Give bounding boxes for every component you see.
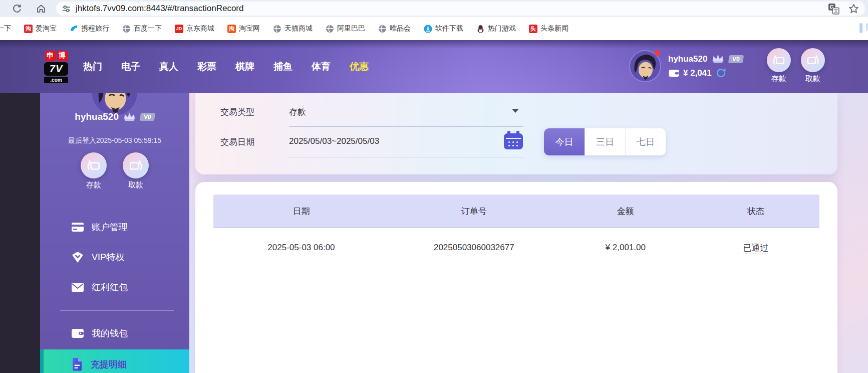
translate-icon[interactable]: G文 [828,3,839,15]
sidebar-item-wallet[interactable]: 我的钱包 [40,320,189,347]
deposit-label: 存款 [771,74,786,84]
user-cluster: hyhua520 V0 ¥ 2,041 [629,50,743,82]
main-nav: 热门 电子 真人 彩票 棋牌 捕鱼 体育 优惠 [83,60,369,73]
penguin-icon [476,25,485,33]
notification-dot [655,50,660,56]
bookmark-star-icon[interactable] [848,4,859,14]
col-date: 日期 [213,206,389,217]
url-bar[interactable]: jhktofs.7vv09.com:8443/#/transactionReco… [56,2,865,16]
nav-hot[interactable]: 热门 [83,60,102,73]
bookmark-label: 天猫商城 [284,24,313,33]
nav-slots[interactable]: 电子 [121,60,140,73]
nav-live[interactable]: 真人 [159,60,178,73]
transaction-date-value[interactable]: 2025/05/03~2025/05/03 [289,136,379,146]
bookmark-software[interactable]: 软件下载 [424,24,463,33]
url-text[interactable]: jhktofs.7vv09.com:8443/#/transactionReco… [76,4,243,14]
bookmark-jd[interactable]: JD 京东商城 [175,24,214,33]
username: hyhua520 [668,54,707,64]
logo-char-bo: 博 [57,51,68,61]
user-avatar[interactable] [629,50,661,82]
range-today-button[interactable]: 今日 [544,128,585,155]
bookmark-vip[interactable]: 唯品会 [378,24,411,33]
bookmark-tmall[interactable]: 天猫商城 [273,24,313,33]
vip-level-badge: V0 [728,55,744,63]
bookmark-baidu[interactable]: 百度一下 [122,24,162,33]
logo-com: .com [44,77,68,83]
chevron-down-icon[interactable] [512,109,519,113]
sidebar-item-label: 充提明细 [91,358,127,370]
scrollbar-thumb[interactable] [859,23,862,33]
globe-icon [122,25,131,33]
withdraw-label: 取款 [128,180,143,190]
deposit-icon [81,152,107,178]
sidebar-divider [60,310,174,311]
sidebar-item-account[interactable]: 账户管理 [40,214,189,241]
nav-promo[interactable]: 优惠 [350,60,369,73]
bookmark-ctrip[interactable]: 携程旅行 [70,24,109,33]
withdraw-icon [123,152,149,178]
bookmark-partial[interactable]: 一下 [0,24,11,33]
site-settings-icon[interactable] [62,5,71,13]
bookmark-taobao[interactable]: 淘 淘宝网 [227,24,260,33]
balance-amount: ¥ 2,041 [683,68,712,78]
header-withdraw-button[interactable]: 取款 [801,48,825,84]
filter-panel: 交易类型 存款 交易日期 2025/05/03~2025/05/03 今日 三日… [195,93,837,174]
sidebar-item-transactions[interactable]: 充提明细 [40,349,189,373]
status-badge[interactable]: 已通过 [743,243,768,254]
browser-toolbar: jhktofs.7vv09.com:8443/#/transactionReco… [0,0,868,17]
range-3day-button[interactable]: 三日 [585,128,625,155]
globe-icon [378,25,387,33]
bookmark-alibaba[interactable]: 阿里巴巴 [326,24,365,33]
crown-icon [123,112,136,122]
reload-icon[interactable] [12,4,22,14]
site-logo[interactable]: 申 博 7V .com [44,51,68,83]
header-deposit-button[interactable]: 存款 [767,48,791,84]
table-header: 日期 订单号 金额 状态 [213,195,819,228]
nav-lottery[interactable]: 彩票 [197,60,216,73]
card-icon [71,222,84,233]
bookmark-games[interactable]: 热门游戏 [476,24,516,33]
sidebar-item-label: 我的钱包 [92,327,128,339]
refresh-balance-icon[interactable] [715,67,727,79]
transaction-type-value[interactable]: 存款 [289,106,306,118]
cell-date: 2025-05-03 06:00 [213,243,389,253]
nav-chess[interactable]: 棋牌 [235,60,254,73]
bookmark-label: 携程旅行 [81,24,109,33]
sidebar-item-label: VIP特权 [92,251,124,263]
sidebar-username: hyhua520 [75,111,119,122]
nav-sports[interactable]: 体育 [312,60,331,73]
envelope-icon [71,282,84,292]
date-range-group: 今日 三日 七日 [544,128,666,155]
svg-text:文: 文 [833,8,838,14]
bookmark-label: 头条新闻 [540,24,568,33]
bookmark-label: 唯品会 [390,24,411,33]
sidebar-deposit-button[interactable]: 存款 [81,152,107,190]
sidebar-item-vip[interactable]: VIP特权 [40,244,189,271]
scrollbar-edge[interactable] [866,23,868,31]
bookmark-label: 热门游戏 [488,24,516,33]
transaction-date-label: 交易日期 [220,136,254,148]
bookmark-label: 软件下载 [435,24,463,33]
table-row: 2025-05-03 06:00 20250503060032677 ¥ 2,0… [213,229,819,267]
logo-char-shen: 申 [45,51,56,61]
withdraw-icon [801,48,825,72]
calendar-icon[interactable] [504,133,523,149]
bookmark-label: 百度一下 [134,24,162,33]
sidebar-item-bonus[interactable]: 红利红包 [40,274,189,301]
bookmark-aitaobao[interactable]: 淘 爱淘宝 [24,24,57,33]
bookmark-label: 京东商城 [186,24,214,33]
globe-icon [326,25,334,33]
sidebar-item-label: 账户管理 [92,221,128,233]
sidebar-item-label: 红利红包 [92,281,128,293]
home-icon[interactable] [36,4,46,14]
bookmark-toutiao[interactable]: 头 头条新闻 [529,24,568,33]
bookmark-label: 淘宝网 [239,24,260,33]
cell-amount: ¥ 2,001.00 [559,243,692,253]
range-7day-button[interactable]: 七日 [625,128,666,155]
crown-icon [711,54,725,64]
bookmark-label: 阿里巴巴 [337,24,365,33]
sidebar-withdraw-button[interactable]: 取款 [123,152,149,190]
nav-fishing[interactable]: 捕鱼 [273,60,293,73]
logo-7v: 7V [44,62,68,76]
wallet-icon [668,69,680,78]
